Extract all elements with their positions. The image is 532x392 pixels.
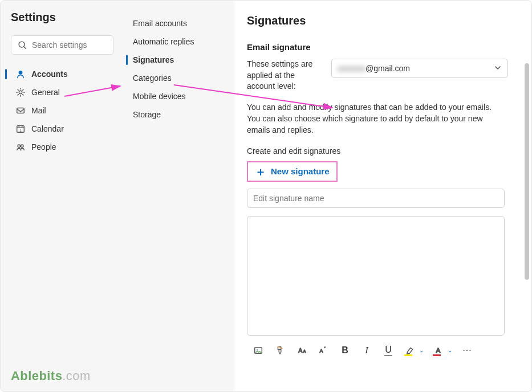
insert-image-button[interactable] — [251, 344, 265, 357]
gear-icon — [15, 87, 26, 97]
search-settings-field[interactable] — [11, 35, 113, 55]
settings-sidebar: Settings Accounts Genera — [1, 1, 120, 391]
sidebar-item-label: People — [31, 142, 56, 152]
svg-point-3 — [19, 91, 22, 93]
submenu-label: Signatures — [133, 55, 174, 64]
submenu-mobile-devices[interactable]: Mobile devices — [126, 87, 230, 105]
sidebar-item-label: Accounts — [31, 70, 68, 79]
submenu-categories[interactable]: Categories — [126, 69, 230, 87]
chevron-down-icon — [494, 64, 502, 74]
submenu-label: Email accounts — [133, 19, 187, 28]
sidebar-item-label: General — [31, 88, 60, 97]
new-signature-label: New signature — [271, 166, 330, 176]
accounts-submenu: Email accounts Automatic replies Signatu… — [120, 1, 234, 391]
create-edit-label: Create and edit signatures — [247, 146, 519, 156]
pane-title: Signatures — [247, 14, 519, 27]
bold-button[interactable]: B — [338, 344, 352, 357]
sidebar-item-general[interactable]: General — [11, 83, 113, 101]
submenu-label: Categories — [133, 74, 172, 83]
submenu-storage[interactable]: Storage — [126, 105, 230, 124]
mail-icon — [15, 105, 26, 116]
watermark-brand: Ablebits — [11, 369, 62, 383]
calendar-icon: 1 — [15, 124, 26, 134]
decrease-font-button[interactable]: Aˇ — [316, 344, 330, 357]
increase-font-button[interactable]: AA — [295, 344, 308, 357]
watermark-suffix: .com — [62, 369, 90, 383]
underline-button[interactable]: U — [381, 344, 395, 357]
sidebar-item-accounts[interactable]: Accounts — [11, 65, 113, 83]
account-select-value: xxxxxxx@gmail.com — [338, 64, 410, 73]
pane-scrollbar[interactable] — [525, 29, 529, 386]
submenu-label: Automatic replies — [133, 37, 194, 46]
people-icon — [15, 142, 26, 152]
account-level-label: These settings are applied at the accoun… — [247, 59, 321, 92]
sidebar-item-calendar[interactable]: 1 Calendar — [11, 120, 113, 138]
watermark: Ablebits.com — [11, 369, 91, 383]
svg-text:ˇ: ˇ — [324, 346, 326, 350]
account-select[interactable]: xxxxxxx@gmail.com — [331, 59, 508, 78]
highlight-dropdown-icon[interactable]: ⌄ — [419, 347, 424, 353]
account-masked: xxxxxxx — [338, 64, 366, 73]
highlight-button[interactable] — [403, 344, 417, 357]
svg-point-1 — [19, 42, 25, 47]
submenu-email-accounts[interactable]: Email accounts — [126, 14, 230, 32]
svg-text:A: A — [319, 348, 323, 354]
svg-rect-4 — [17, 108, 25, 113]
new-signature-button[interactable]: ＋ New signature — [247, 161, 338, 182]
submenu-signatures[interactable]: Signatures — [126, 51, 230, 69]
sidebar-item-people[interactable]: People — [11, 138, 113, 156]
help-text: You can add and modify signatures that c… — [247, 101, 503, 136]
font-color-dropdown-icon[interactable]: ⌄ — [448, 347, 452, 353]
submenu-label: Mobile devices — [133, 92, 186, 101]
signature-editor[interactable] — [247, 216, 505, 336]
sidebar-item-label: Mail — [31, 106, 46, 115]
section-title: Email signature — [247, 42, 519, 52]
svg-text:1: 1 — [19, 128, 22, 132]
signatures-pane: Signatures Email signature These setting… — [234, 1, 531, 391]
more-options-button[interactable]: ⋯ — [460, 344, 474, 357]
svg-text:A: A — [303, 349, 306, 354]
italic-button[interactable]: I — [360, 344, 373, 357]
svg-text:A: A — [436, 346, 441, 353]
account-suffix: @gmail.com — [366, 64, 410, 73]
search-icon — [17, 40, 27, 50]
person-icon — [15, 69, 26, 79]
svg-point-7 — [18, 145, 21, 148]
signature-name-input[interactable] — [247, 189, 505, 208]
scrollbar-thumb[interactable] — [525, 63, 529, 280]
svg-text:A: A — [298, 347, 303, 354]
settings-title: Settings — [11, 11, 113, 24]
sidebar-item-mail[interactable]: Mail — [11, 101, 113, 120]
sidebar-item-label: Calendar — [31, 124, 64, 133]
font-color-button[interactable]: A — [432, 344, 445, 357]
submenu-automatic-replies[interactable]: Automatic replies — [126, 32, 230, 51]
search-input[interactable] — [32, 40, 132, 50]
editor-toolbar: AA Aˇ B I U ⌄ A ⌄ ⋯ — [247, 341, 505, 360]
plus-icon: ＋ — [255, 166, 266, 177]
svg-point-10 — [257, 349, 258, 350]
submenu-label: Storage — [133, 110, 161, 119]
svg-point-8 — [21, 145, 23, 148]
format-painter-button[interactable] — [273, 344, 287, 357]
svg-point-2 — [19, 71, 22, 74]
